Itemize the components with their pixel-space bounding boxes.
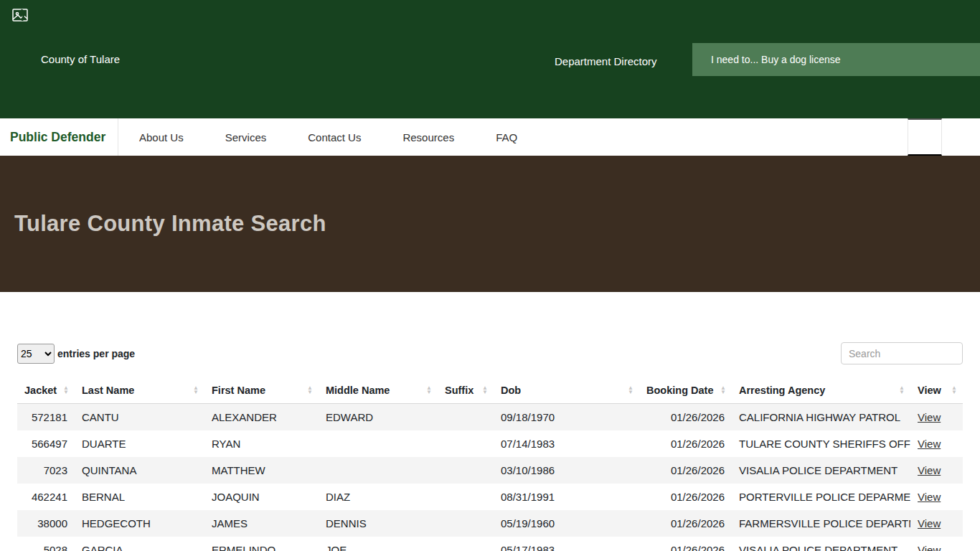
cell-suffix — [438, 430, 494, 457]
sort-icon: ▲▼ — [628, 386, 633, 395]
site-name: County of Tulare — [41, 53, 120, 65]
main-content: 25 entries per page Jacket▲▼Last Name▲▼F… — [0, 292, 980, 551]
column-label: First Name — [212, 385, 265, 396]
cell-dob: 03/10/1986 — [494, 457, 639, 484]
sort-icon: ▲▼ — [193, 386, 199, 395]
nav-items: About Us Services Contact Us Resources F… — [118, 118, 538, 156]
sort-icon: ▲▼ — [482, 386, 488, 395]
cell-dob: 05/17/1983 — [494, 537, 639, 551]
sort-icon: ▲▼ — [426, 386, 432, 395]
cell-jacket: 38000 — [17, 510, 75, 537]
view-link[interactable]: View — [918, 544, 941, 551]
cell-suffix — [438, 537, 494, 551]
cell-jacket: 5028 — [17, 537, 75, 551]
sort-icon: ▲▼ — [899, 386, 905, 395]
cell-last: CANTU — [75, 404, 204, 431]
sort-icon: ▲▼ — [307, 386, 313, 395]
table-row: 566497DUARTERYAN07/14/198301/26/2026TULA… — [17, 430, 963, 457]
nav-item-services[interactable]: Services — [204, 118, 288, 156]
cell-booking: 01/26/2026 — [639, 457, 732, 484]
cell-booking: 01/26/2026 — [639, 510, 732, 537]
i-need-to-button[interactable]: I need to... Buy a dog license — [692, 43, 980, 76]
table-controls: 25 entries per page — [17, 342, 963, 364]
cell-suffix — [438, 510, 494, 537]
table-row: 462241BERNALJOAQUINDIAZ08/31/199101/26/2… — [17, 484, 963, 510]
column-label: Suffix — [445, 385, 473, 396]
cell-suffix — [438, 484, 494, 510]
cell-suffix — [438, 404, 494, 431]
cell-suffix — [438, 457, 494, 484]
view-link[interactable]: View — [918, 491, 941, 503]
cell-first: ERMELINDO — [204, 537, 319, 551]
cell-jacket: 572181 — [17, 404, 75, 431]
column-label: Dob — [501, 385, 521, 396]
cell-dob: 07/14/1983 — [494, 430, 639, 457]
column-header-middle-name[interactable]: Middle Name▲▼ — [319, 377, 438, 404]
nav-item-contact-us[interactable]: Contact Us — [287, 118, 382, 156]
cell-view: View — [910, 404, 963, 431]
column-header-suffix[interactable]: Suffix▲▼ — [438, 377, 494, 404]
column-header-first-name[interactable]: First Name▲▼ — [204, 377, 319, 404]
table-row: 38000HEDGECOTHJAMESDENNIS05/19/196001/26… — [17, 510, 963, 537]
cell-view: View — [910, 537, 963, 551]
cell-first: JAMES — [204, 510, 319, 537]
header-row: Jacket▲▼Last Name▲▼First Name▲▼Middle Na… — [17, 377, 963, 404]
view-link[interactable]: View — [918, 438, 941, 450]
cell-jacket: 566497 — [17, 430, 75, 457]
sort-icon: ▲▼ — [951, 386, 957, 395]
search-input[interactable] — [841, 342, 963, 364]
cell-dob: 08/31/1991 — [494, 484, 639, 510]
view-link[interactable]: View — [918, 411, 941, 423]
department-brand[interactable]: Public Defender — [0, 118, 118, 156]
cell-view: View — [910, 430, 963, 457]
cell-view: View — [910, 457, 963, 484]
cell-agency: CALIFORNIA HIGHWAY PATROL — [732, 404, 910, 431]
cell-jacket: 7023 — [17, 457, 75, 484]
cell-first: ALEXANDER — [204, 404, 319, 431]
cell-last: QUINTANA — [75, 457, 204, 484]
column-label: Arresting Agency — [739, 385, 825, 396]
cell-last: BERNAL — [75, 484, 204, 510]
hero-banner: Tulare County Inmate Search — [0, 156, 980, 292]
cell-agency: PORTERVILLE POLICE DEPARMENT — [732, 484, 910, 510]
column-header-dob[interactable]: Dob▲▼ — [494, 377, 639, 404]
nav-item-resources[interactable]: Resources — [382, 118, 475, 156]
cell-first: MATTHEW — [204, 457, 319, 484]
cell-booking: 01/26/2026 — [639, 484, 732, 510]
column-header-last-name[interactable]: Last Name▲▼ — [75, 377, 204, 404]
cell-first: JOAQUIN — [204, 484, 319, 510]
department-directory-link[interactable]: Department Directory — [550, 55, 661, 68]
table-row: 572181CANTUALEXANDEREDWARD09/18/197001/2… — [17, 404, 963, 431]
cell-middle: EDWARD — [319, 404, 438, 431]
column-label: Jacket — [24, 385, 57, 396]
column-header-booking-date[interactable]: Booking Date▲▼ — [639, 377, 732, 404]
view-link[interactable]: View — [918, 517, 941, 529]
cell-view: View — [910, 510, 963, 537]
cell-view: View — [910, 484, 963, 510]
entries-per-page-label: entries per page — [57, 348, 135, 359]
main-nav: Public Defender About Us Services Contac… — [0, 118, 980, 156]
cell-first: RYAN — [204, 430, 319, 457]
cell-middle — [319, 430, 438, 457]
table-row: 7023QUINTANAMATTHEW03/10/198601/26/2026V… — [17, 457, 963, 484]
cell-booking: 01/26/2026 — [639, 404, 732, 431]
cell-middle: JOE — [319, 537, 438, 551]
inmate-table-body: 572181CANTUALEXANDEREDWARD09/18/197001/2… — [17, 404, 963, 551]
cell-agency: VISALIA POLICE DEPARTMENT — [732, 537, 910, 551]
view-link[interactable]: View — [918, 464, 941, 476]
entries-per-page-control: 25 entries per page — [17, 344, 135, 364]
nav-item-about-us[interactable]: About Us — [118, 118, 204, 156]
column-header-jacket[interactable]: Jacket▲▼ — [17, 377, 75, 404]
cell-dob: 09/18/1970 — [494, 404, 639, 431]
sort-icon: ▲▼ — [63, 386, 69, 395]
entries-per-page-select[interactable]: 25 — [17, 344, 55, 364]
column-label: Middle Name — [326, 385, 390, 396]
cell-middle: DENNIS — [319, 510, 438, 537]
column-label: Booking Date — [646, 385, 713, 396]
nav-utility-button[interactable] — [908, 118, 942, 156]
nav-item-faq[interactable]: FAQ — [475, 118, 538, 156]
cell-last: GARCIA — [75, 537, 204, 551]
column-header-view[interactable]: View▲▼ — [910, 377, 963, 404]
column-header-arresting-agency[interactable]: Arresting Agency▲▼ — [732, 377, 910, 404]
broken-logo-image — [11, 7, 32, 24]
